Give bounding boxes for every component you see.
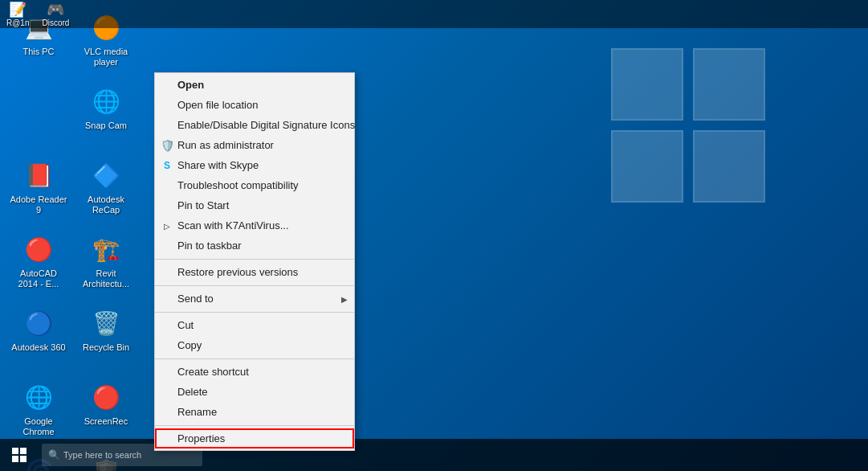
context-menu: Open Open file location Enable/Disable D… <box>154 72 355 451</box>
icon-recycle[interactable]: 🗑️ Recycle Bin <box>74 302 138 373</box>
discord-emoji: 🎮 <box>47 1 64 18</box>
chrome-icon: 🌐 <box>22 381 55 413</box>
chrome-label: Google Chrome <box>10 416 67 437</box>
search-icon: 🔍 <box>48 449 60 461</box>
svg-rect-3 <box>20 456 26 462</box>
icon-autocad[interactable]: 🔴 AutoCAD 2014 - E... <box>6 228 71 299</box>
ctx-troubleshoot[interactable]: Troubleshoot compatibility <box>155 175 354 195</box>
ctx-properties[interactable]: Properties <box>155 428 354 448</box>
icon-recap[interactable]: 🔷 Autodesk ReCap <box>74 154 138 225</box>
ctx-pin-start[interactable]: Pin to Start <box>155 195 354 215</box>
recycle-icon: 🗑️ <box>90 307 122 339</box>
revit-icon: 🏗️ <box>90 233 122 265</box>
separator-1 <box>155 259 354 260</box>
autocad-label: AutoCAD 2014 - E... <box>10 268 67 289</box>
adobe-label: Adobe Reader 9 <box>10 195 67 215</box>
desktop: 📝 R@1n 🎮 Discord 💻 This PC 🟠 VLC media p… <box>0 0 868 471</box>
svg-rect-2 <box>12 456 18 462</box>
icon-revit[interactable]: 🏗️ Revit Architectu... <box>74 228 138 299</box>
snapcam-label: Snap Cam <box>85 121 127 131</box>
separator-4 <box>155 358 354 359</box>
screenrec-label: ScreenRec <box>84 416 128 427</box>
ctx-create-shortcut[interactable]: Create shortcut <box>155 362 354 382</box>
icon-adobe[interactable]: 📕 Adobe Reader 9 <box>6 154 71 225</box>
ctx-restore-previous[interactable]: Restore previous versions <box>155 262 354 282</box>
autocad-icon: 🔴 <box>22 233 55 265</box>
win-pane-tl <box>611 48 683 121</box>
ctx-rename[interactable]: Rename <box>155 402 354 422</box>
svg-rect-0 <box>12 448 18 454</box>
notepad-emoji: 📝 <box>9 1 26 18</box>
ctx-scan-k7[interactable]: ▷ Scan with K7AntiVirus... <box>155 215 354 236</box>
windows-logo-watermark <box>611 48 788 225</box>
this-pc-label: This PC <box>22 47 54 57</box>
ctx-share-skype[interactable]: S Share with Skype <box>155 155 354 175</box>
icon-chrome[interactable]: 🌐 Google Chrome <box>6 376 71 447</box>
screenrec-icon: 🔴 <box>90 381 122 413</box>
taskbar: 🔍 Type here to search <box>0 439 868 471</box>
ctx-open[interactable]: Open <box>155 75 354 95</box>
icon-snapcam[interactable]: 🌐 Snap Cam <box>74 80 138 151</box>
snapcam-icon: 🌐 <box>90 85 122 117</box>
adobe-icon: 📕 <box>22 159 55 191</box>
autodesk360-label: Autodesk 360 <box>11 342 65 353</box>
svg-rect-1 <box>20 448 26 454</box>
separator-3 <box>155 312 354 313</box>
discord-label: Discord <box>43 18 70 27</box>
win-pane-br <box>693 130 765 203</box>
top-bar: 📝 R@1n 🎮 Discord <box>0 0 868 28</box>
vlc-label: VLC media player <box>77 47 135 68</box>
recap-icon: 🔷 <box>90 159 122 191</box>
recap-label: Autodesk ReCap <box>77 195 135 215</box>
icon-screenrec[interactable]: 🔴 ScreenRec <box>74 376 138 447</box>
windows-start-icon <box>11 447 27 463</box>
separator-5 <box>155 425 354 426</box>
ctx-pin-taskbar[interactable]: Pin to taskbar <box>155 236 354 256</box>
top-icon-notepad[interactable]: 📝 R@1n <box>6 1 30 27</box>
ctx-delete[interactable]: Delete <box>155 382 354 402</box>
autodesk360-icon: 🔵 <box>22 307 55 339</box>
win-pane-tr <box>693 48 765 121</box>
desktop-icons-area: 💻 This PC 🟠 VLC media player 🌐 Snap Cam … <box>0 0 145 439</box>
skype-icon: S <box>160 160 174 171</box>
send-to-arrow: ▶ <box>341 294 348 303</box>
win-pane-bl <box>611 130 683 203</box>
ctx-digital-signature[interactable]: Enable/Disable Digital Signature Icons <box>155 115 354 135</box>
revit-label: Revit Architectu... <box>77 268 135 289</box>
ctx-open-file-location[interactable]: Open file location <box>155 95 354 115</box>
ctx-run-as-admin[interactable]: 🛡️ Run as administrator <box>155 135 354 155</box>
shield-icon: 🛡️ <box>160 139 174 152</box>
icon-autodesk360[interactable]: 🔵 Autodesk 360 <box>6 302 71 373</box>
top-icon-discord[interactable]: 🎮 Discord <box>43 1 70 27</box>
k7-scan-icon: ▷ <box>160 221 174 230</box>
ctx-cut[interactable]: Cut <box>155 315 354 335</box>
ctx-send-to[interactable]: Send to ▶ <box>155 289 354 309</box>
search-placeholder: Type here to search <box>63 450 141 460</box>
separator-2 <box>155 285 354 286</box>
start-button[interactable] <box>0 439 39 471</box>
notepad-label: R@1n <box>6 18 30 27</box>
ctx-copy[interactable]: Copy <box>155 335 354 355</box>
recycle-label: Recycle Bin <box>83 342 129 353</box>
